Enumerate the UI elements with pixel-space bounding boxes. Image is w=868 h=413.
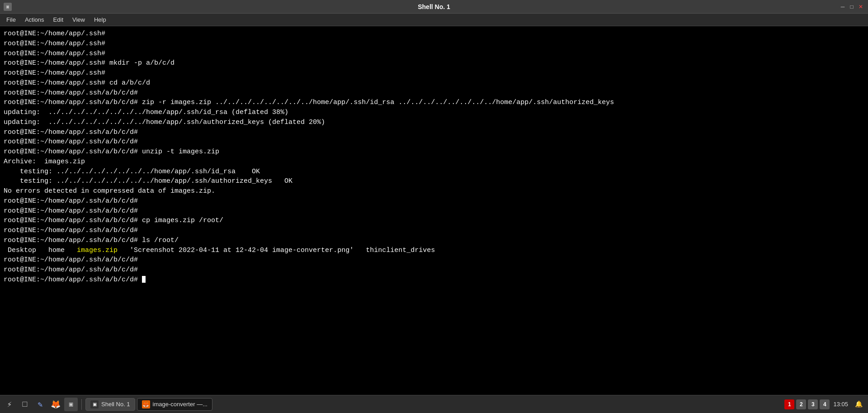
maximize-button[interactable]: □ (848, 3, 855, 10)
taskbar-separator (81, 399, 82, 410)
terminal-line: root@INE:~/home/app/.ssh# (4, 39, 864, 49)
shell-app-icon: ▣ (90, 400, 99, 408)
minimize-button[interactable]: ─ (839, 3, 846, 10)
terminal-line: root@INE:~/home/app/.ssh/a/b/c/d# (4, 226, 864, 236)
titlebar: ▣ Shell No. 1 ─ □ ✕ (0, 0, 868, 14)
terminal-line: updating: ../../../../../../../../home/a… (4, 118, 864, 128)
terminal-line: testing: ../../../../../../../../home/ap… (4, 176, 864, 186)
firefox-app-label: image-converter —... (153, 401, 208, 408)
workspace-4-button[interactable]: 4 (820, 399, 830, 409)
terminal-line: root@INE:~/home/app/.ssh/a/b/c/d# (4, 196, 864, 206)
window-controls: ─ □ ✕ (839, 3, 864, 10)
close-button[interactable]: ✕ (857, 3, 864, 10)
terminal-line: root@INE:~/home/app/.ssh# (4, 49, 864, 59)
menu-file[interactable]: File (2, 14, 20, 25)
terminal-output: root@INE:~/home/app/.ssh# root@INE:~/hom… (4, 29, 864, 392)
menu-help[interactable]: Help (90, 14, 111, 25)
terminal-line: Desktop home images.zip 'Screenshot 2022… (4, 246, 864, 256)
titlebar-left: ▣ (4, 3, 14, 11)
menu-view[interactable]: View (68, 14, 90, 25)
window-title: Shell No. 1 (418, 3, 450, 10)
taskbar-firefox-icon[interactable]: 🦊 (49, 398, 62, 411)
terminal-line: root@INE:~/home/app/.ssh# (4, 68, 864, 78)
terminal-line: root@INE:~/home/app/.ssh# mkdir -p a/b/c… (4, 58, 864, 68)
terminal-line: root@INE:~/home/app/.ssh/a/b/c/d# ls /ro… (4, 236, 864, 246)
terminal-icon: ▣ (4, 3, 12, 11)
terminal-line: root@INE:~/home/app/.ssh/a/b/c/d# zip -r… (4, 98, 864, 108)
terminal-area[interactable]: root@INE:~/home/app/.ssh# root@INE:~/hom… (0, 26, 868, 395)
terminal-line: root@INE:~/home/app/.ssh/a/b/c/d# unzip … (4, 147, 864, 157)
terminal-line: root@INE:~/home/app/.ssh# (4, 29, 864, 39)
taskbar-firefox-app[interactable]: 🦊 image-converter —... (137, 398, 212, 411)
taskbar-shell-app[interactable]: ▣ Shell No. 1 (85, 398, 135, 411)
terminal-line: root@INE:~/home/app/.ssh/a/b/c/d# cp ima… (4, 216, 864, 226)
cursor-block (142, 276, 146, 283)
terminal-line: root@INE:~/home/app/.ssh/a/b/c/d# (4, 206, 864, 216)
taskbar: ⚡ □ ✎ 🦊 ▣ ▣ Shell No. 1 🦊 image-converte… (0, 395, 868, 413)
workspace-2-button[interactable]: 2 (796, 399, 806, 409)
terminal-line-cursor: root@INE:~/home/app/.ssh/a/b/c/d# (4, 275, 864, 285)
firefox-app-icon: 🦊 (142, 400, 150, 408)
menubar: File Actions Edit View Help (0, 14, 868, 26)
taskbar-editor-icon[interactable]: ✎ (33, 398, 47, 411)
terminal-line: root@INE:~/home/app/.ssh/a/b/c/d# (4, 137, 864, 147)
terminal-line: No errors detected in compressed data of… (4, 186, 864, 196)
menu-edit[interactable]: Edit (49, 14, 68, 25)
terminal-line: updating: ../../../../../../../../home/a… (4, 108, 864, 118)
taskbar-terminal-icon[interactable]: ▣ (64, 398, 78, 411)
workspace-1-button[interactable]: 1 (784, 399, 794, 409)
terminal-line: root@INE:~/home/app/.ssh/a/b/c/d# (4, 255, 864, 265)
workspace-switcher: 1 2 3 4 13:05 🔔 (784, 398, 865, 411)
shell-app-label: Shell No. 1 (101, 401, 130, 408)
taskbar-notification-icon[interactable]: 🔔 (852, 398, 865, 411)
terminal-line: root@INE:~/home/app/.ssh/a/b/c/d# (4, 88, 864, 98)
workspace-3-button[interactable]: 3 (808, 399, 818, 409)
menu-actions[interactable]: Actions (20, 14, 49, 25)
terminal-line: testing: ../../../../../../../../home/ap… (4, 167, 864, 177)
terminal-line: Archive: images.zip (4, 157, 864, 167)
taskbar-power-icon[interactable]: ⚡ (3, 398, 16, 411)
terminal-line: root@INE:~/home/app/.ssh/a/b/c/d# (4, 128, 864, 138)
terminal-line: root@INE:~/home/app/.ssh/a/b/c/d# (4, 265, 864, 275)
clock: 13:05 (831, 401, 850, 408)
taskbar-files-icon[interactable]: □ (18, 398, 32, 411)
terminal-line: root@INE:~/home/app/.ssh# cd a/b/c/d (4, 78, 864, 88)
